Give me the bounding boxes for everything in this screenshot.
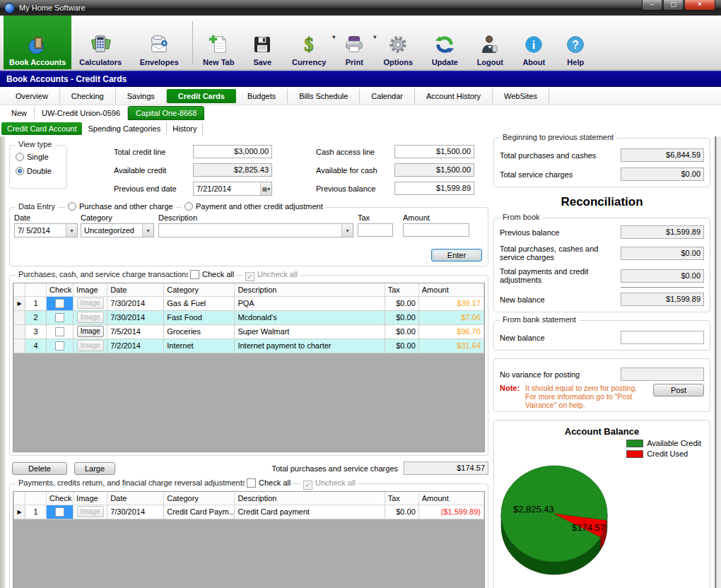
tab-overview[interactable]: Overview: [4, 89, 60, 103]
col-image[interactable]: Image: [74, 283, 107, 296]
row-selector[interactable]: ▶: [14, 296, 25, 310]
category-cell[interactable]: Credit Card Paym...: [164, 505, 235, 519]
image-button[interactable]: Image: [77, 340, 104, 351]
amount-input[interactable]: [403, 223, 469, 237]
date-cell[interactable]: 7/30/2014: [107, 505, 164, 519]
category-combo[interactable]: Uncategorized ▾: [81, 223, 154, 237]
row-number[interactable]: 1: [25, 296, 47, 310]
description-combo[interactable]: ▾: [158, 223, 353, 237]
tax-cell[interactable]: $0.00: [385, 296, 418, 310]
row-checkbox-cell[interactable]: [47, 296, 74, 310]
tab-capital-one[interactable]: Capital One-8668: [128, 106, 204, 120]
date-combo[interactable]: 7/ 5/2014 ▾: [14, 223, 78, 237]
large-button[interactable]: Large: [74, 462, 115, 475]
tab-history[interactable]: History: [167, 122, 203, 135]
description-cell[interactable]: Credit Card payment: [235, 505, 385, 519]
col-amount[interactable]: Amount: [418, 283, 483, 296]
col-date[interactable]: Date: [107, 283, 164, 296]
payments-uncheck-all[interactable]: ✓Uncheck all: [301, 478, 358, 490]
check-all-checkbox[interactable]: [247, 478, 256, 488]
tax-cell[interactable]: $0.00: [385, 324, 418, 339]
category-cell[interactable]: Groceries: [164, 324, 235, 339]
radio-double-icon[interactable]: [16, 167, 24, 175]
previous-end-date-picker[interactable]: 7/21/2014 ▦▾: [193, 182, 272, 196]
table-row[interactable]: 2 Image 7/30/2014 Fast Food Mcdonald's $…: [14, 310, 484, 324]
col-description[interactable]: Description: [235, 283, 385, 296]
description-cell[interactable]: Super Walmart: [235, 324, 385, 339]
previous-balance-field[interactable]: $1,599.89: [394, 182, 474, 195]
delete-button[interactable]: Delete: [12, 462, 67, 475]
table-row[interactable]: 4 Image 7/2/2014 Internet Internet payme…: [14, 339, 484, 353]
row-checkbox-cell[interactable]: [47, 324, 74, 339]
right-scrollbar-strip[interactable]: [715, 136, 721, 588]
uncheck-all-checkbox[interactable]: ✓: [245, 272, 254, 281]
description-cell[interactable]: Internet payment to charter: [235, 339, 385, 353]
close-button[interactable]: ✕: [684, 0, 715, 11]
date-cell[interactable]: 7/2/2014: [107, 339, 164, 353]
col-check[interactable]: Check: [47, 283, 74, 296]
image-button[interactable]: Image: [77, 312, 104, 323]
maximize-button[interactable]: ▢: [663, 0, 684, 11]
col-date[interactable]: Date: [107, 492, 164, 505]
tab-spending-categories[interactable]: Spending Categories: [82, 122, 167, 135]
row-selector[interactable]: ▶: [14, 505, 25, 519]
row-selector[interactable]: [14, 339, 25, 353]
col-tax[interactable]: Tax: [385, 283, 418, 296]
table-row[interactable]: ▶ 1 Image 7/30/2014 Credit Card Paym... …: [14, 505, 484, 519]
date-cell[interactable]: 7/30/2014: [107, 296, 164, 310]
calendar-icon[interactable]: ▦▾: [260, 182, 271, 195]
col-category[interactable]: Category: [164, 283, 235, 296]
row-checkbox[interactable]: [55, 299, 64, 308]
tax-cell[interactable]: $0.00: [385, 310, 418, 324]
tab-uw-credit-union[interactable]: UW-Credit Union-0596: [35, 107, 128, 119]
row-number[interactable]: 1: [25, 505, 47, 519]
row-selector[interactable]: [14, 310, 25, 324]
cash-access-line-field[interactable]: $1,500.00: [394, 145, 474, 158]
date-cell[interactable]: 7/30/2014: [107, 310, 164, 324]
image-button[interactable]: Image: [77, 298, 104, 309]
image-cell[interactable]: Image: [74, 310, 107, 324]
col-amount[interactable]: Amount: [418, 492, 483, 505]
row-selector[interactable]: [14, 324, 25, 339]
image-cell[interactable]: Image: [74, 505, 107, 519]
image-button[interactable]: Image: [77, 326, 104, 337]
col-tax[interactable]: Tax: [385, 492, 418, 505]
category-cell[interactable]: Fast Food: [164, 310, 235, 324]
row-number[interactable]: 3: [25, 324, 47, 339]
tab-bills-schedule[interactable]: Bills Schedule: [288, 89, 360, 103]
date-cell[interactable]: 7/5/2014: [107, 324, 164, 339]
description-dropdown-icon[interactable]: ▾: [341, 224, 353, 237]
category-cell[interactable]: Internet: [164, 339, 235, 353]
row-number[interactable]: 4: [25, 339, 47, 353]
col-check[interactable]: Check: [47, 492, 74, 505]
tab-checking[interactable]: Checking: [60, 89, 116, 103]
amount-cell[interactable]: ($1,599.89): [418, 505, 483, 519]
col-image[interactable]: Image: [74, 492, 107, 505]
radio-single[interactable]: Single: [16, 153, 61, 161]
toolbar-save[interactable]: Save: [240, 16, 284, 69]
amount-cell[interactable]: $7.06: [418, 310, 483, 324]
row-checkbox-cell[interactable]: [47, 310, 74, 324]
tab-budgets[interactable]: Budgets: [236, 89, 288, 103]
row-checkbox[interactable]: [55, 313, 64, 322]
row-checkbox[interactable]: [55, 341, 64, 351]
uncheck-all-checkbox[interactable]: ✓: [303, 481, 312, 490]
table-row[interactable]: ▶ 1 Image 7/30/2014 Gas & Fuel PQA $0.00…: [14, 296, 484, 310]
payments-check-all[interactable]: Check all: [245, 478, 293, 488]
image-button[interactable]: Image: [77, 506, 104, 517]
tab-savings[interactable]: Savings: [116, 89, 167, 103]
category-dropdown-icon[interactable]: ▾: [142, 224, 153, 237]
table-row[interactable]: 3 Image 7/5/2014 Groceries Super Walmart…: [14, 324, 484, 339]
tab-calendar[interactable]: Calendar: [360, 89, 415, 103]
tax-input[interactable]: [358, 223, 393, 237]
toolbar-help[interactable]: ? Help: [556, 16, 595, 69]
amount-cell[interactable]: $96.70: [418, 324, 483, 339]
toolbar-print[interactable]: ▾ Print: [334, 16, 375, 69]
tax-cell[interactable]: $0.00: [385, 505, 418, 519]
tab-credit-card-account[interactable]: Credit Card Account: [1, 122, 82, 135]
col-description[interactable]: Description: [235, 492, 385, 505]
toolbar-new-tab[interactable]: New Tab: [197, 16, 240, 69]
total-credit-line-field[interactable]: $3,000.00: [193, 145, 272, 158]
toolbar-calculators[interactable]: Calculators: [71, 16, 129, 69]
toolbar-envelopes[interactable]: Envelopes: [129, 16, 189, 69]
